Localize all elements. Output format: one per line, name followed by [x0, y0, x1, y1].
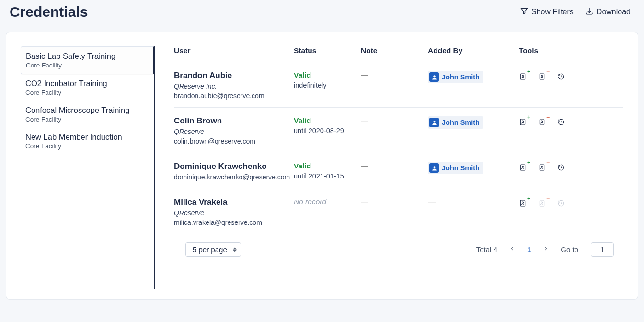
go-to-page-input[interactable] — [591, 242, 614, 257]
user-name: Milica Vrakela — [174, 198, 294, 207]
svg-point-4 — [541, 75, 542, 77]
add-credential-button[interactable]: + — [519, 117, 528, 128]
id-card-icon — [538, 166, 546, 174]
sidebar-item-subtitle: Core Facility — [25, 89, 148, 96]
id-card-icon — [519, 166, 527, 174]
sidebar-item-subtitle: Core Facility — [25, 116, 148, 123]
added-by-name: John Smith — [442, 164, 480, 172]
plus-icon: + — [527, 69, 530, 75]
svg-point-5 — [433, 121, 435, 122]
svg-point-16 — [522, 202, 523, 203]
user-email: milica.vrakela@qreserve.com — [174, 219, 294, 226]
person-icon — [429, 163, 439, 173]
note-cell: — — [361, 116, 368, 124]
per-page-label: 5 per page — [193, 245, 227, 254]
history-icon — [557, 202, 565, 210]
table-row: Milica VrakelaQReservemilica.vrakela@qre… — [174, 189, 623, 234]
col-header-tools: Tools — [519, 46, 623, 55]
table-row: Brandon AubieQReserve Inc.brandon.aubie@… — [174, 62, 623, 108]
per-page-select[interactable]: 5 per page — [185, 242, 241, 257]
added-by-badge[interactable]: John Smith — [428, 116, 483, 129]
add-credential-button[interactable]: + — [519, 163, 528, 173]
plus-icon: + — [527, 160, 530, 166]
page-title: Credentials — [10, 4, 88, 20]
user-name: Dominique Krawchenko — [174, 162, 294, 171]
sidebar-item-title: Confocal Microscope Training — [25, 106, 148, 115]
svg-point-14 — [541, 166, 542, 167]
download-button[interactable]: Download — [585, 7, 631, 17]
col-header-status: Status — [294, 46, 361, 55]
table-row: Dominique Krawchenkodominique.krawchenko… — [174, 153, 623, 189]
sidebar-item[interactable]: CO2 Incubator TrainingCore Facility — [21, 74, 154, 101]
pagination-next-button[interactable] — [543, 245, 548, 254]
chevron-left-icon — [510, 245, 515, 254]
pagination-current-page[interactable]: 1 — [527, 245, 531, 254]
added-by-badge[interactable]: John Smith — [428, 71, 483, 83]
svg-point-10 — [433, 166, 435, 168]
user-email: colin.brown@qreserve.com — [174, 137, 294, 145]
note-cell: — — [361, 198, 368, 206]
show-filters-label: Show Filters — [531, 8, 574, 16]
history-icon — [557, 75, 565, 83]
svg-point-12 — [522, 166, 523, 167]
user-name: Brandon Aubie — [174, 71, 294, 80]
added-by-name: John Smith — [442, 119, 480, 126]
status-sub: until 2021-01-15 — [294, 172, 361, 180]
history-button[interactable] — [557, 117, 566, 128]
added-by-badge[interactable]: John Smith — [428, 162, 483, 174]
filter-icon — [520, 7, 529, 17]
id-card-icon — [519, 202, 527, 210]
person-icon — [429, 72, 439, 82]
show-filters-button[interactable]: Show Filters — [520, 7, 574, 17]
add-credential-button[interactable]: + — [519, 199, 528, 209]
svg-point-2 — [522, 75, 523, 77]
select-caret-icon — [233, 247, 237, 252]
download-label: Download — [597, 8, 631, 16]
history-button[interactable] — [557, 163, 566, 173]
minus-icon: − — [546, 160, 550, 166]
user-name: Colin Brown — [174, 116, 294, 126]
status-label: Valid — [294, 71, 361, 79]
remove-credential-button: − — [538, 199, 547, 209]
id-card-icon — [519, 75, 527, 83]
minus-icon: − — [546, 114, 550, 120]
added-by-name: John Smith — [442, 73, 480, 81]
table-header-row: User Status Note Added By Tools — [174, 46, 623, 62]
sidebar-item-title: Basic Lab Safety Training — [26, 52, 146, 61]
history-button[interactable] — [557, 72, 566, 82]
id-card-icon — [538, 121, 546, 128]
user-org: QReserve — [174, 209, 294, 217]
remove-credential-button[interactable]: − — [538, 117, 547, 128]
svg-point-9 — [541, 121, 542, 122]
user-org: QReserve — [174, 128, 294, 135]
pagination-total: Total 4 — [476, 245, 497, 254]
history-button — [557, 199, 566, 209]
svg-point-7 — [522, 121, 523, 122]
pagination-prev-button[interactable] — [510, 245, 515, 254]
id-card-icon — [538, 75, 546, 83]
add-credential-button[interactable]: + — [519, 72, 528, 82]
minus-icon: − — [546, 196, 550, 201]
sidebar-item-title: CO2 Incubator Training — [25, 79, 148, 88]
go-to-label: Go to — [561, 245, 578, 254]
svg-point-0 — [433, 75, 435, 77]
added-by-cell: — — [428, 198, 436, 206]
svg-point-18 — [541, 202, 542, 203]
sidebar-item[interactable]: Basic Lab Safety TrainingCore Facility — [21, 46, 155, 74]
col-header-note: Note — [361, 46, 428, 55]
sidebar-item[interactable]: New Lab Member InductionCore Facility — [21, 128, 154, 155]
remove-credential-button[interactable]: − — [538, 163, 547, 173]
chevron-right-icon — [543, 245, 548, 254]
user-email: brandon.aubie@qreserve.com — [174, 92, 294, 100]
plus-icon: + — [527, 114, 530, 120]
plus-icon: + — [527, 196, 530, 201]
remove-credential-button[interactable]: − — [538, 72, 547, 82]
table-row: Colin BrownQReservecolin.brown@qreserve.… — [174, 108, 623, 153]
sidebar-item-subtitle: Core Facility — [25, 143, 148, 150]
col-header-added-by: Added By — [428, 46, 519, 55]
status-label: Valid — [294, 116, 361, 125]
col-header-user: User — [174, 46, 294, 55]
note-cell: — — [361, 162, 368, 170]
sidebar-item[interactable]: Confocal Microscope TrainingCore Facilit… — [21, 101, 154, 128]
id-card-icon — [538, 202, 546, 210]
